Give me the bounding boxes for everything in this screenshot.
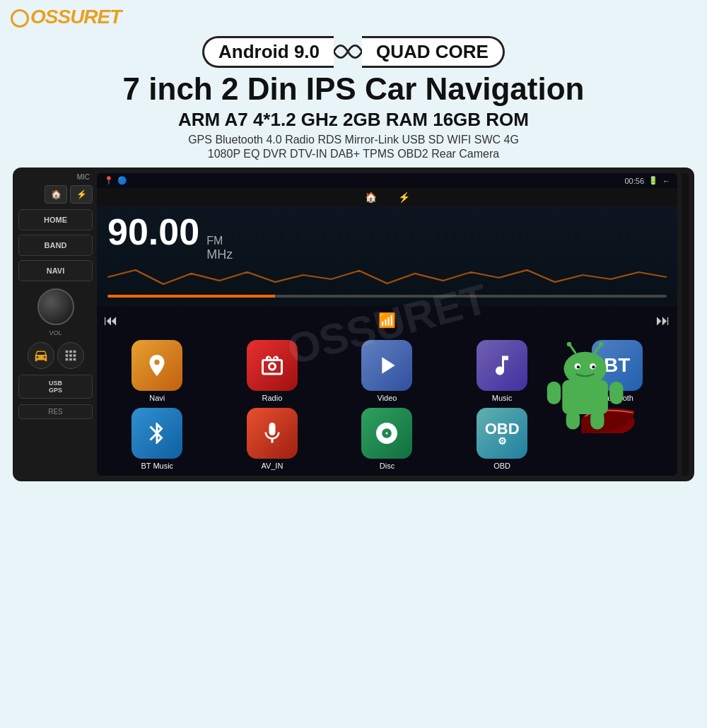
svg-rect-11 [547,382,561,404]
app-radio[interactable]: Radio [218,340,327,402]
app-obd[interactable]: OBD ⚙ OBD [448,408,557,470]
small-btn-1[interactable]: 🏠 [45,185,67,204]
android-mascot-area [543,334,677,476]
knob-area: VOL [18,288,93,336]
header: OSSURET [0,0,707,32]
status-right: 00:56 🔋 ← [624,176,670,185]
mic-label: MIC [18,173,93,182]
app-disc[interactable]: Disc [332,408,442,470]
button-row-top: 🏠 ⚡ [18,185,93,204]
device-screen: OSSURET 📍 🔵 00:56 🔋 ← 🏠 ⚡ [97,173,677,476]
svg-point-2 [563,352,606,385]
app-music[interactable]: Music [448,340,557,402]
svg-point-5 [577,366,580,369]
right-panel [682,173,689,476]
navi-button[interactable]: NAVI [18,260,93,281]
avin-label: AV_IN [261,462,283,470]
btmusic-label: BT Music [141,462,173,470]
svg-line-9 [595,345,601,353]
apps-icon-button[interactable] [57,342,84,369]
obd-label: OBD [493,462,510,470]
wifi-signal-icon: 📶 [378,312,396,329]
btmusic-icon [132,408,182,459]
svg-point-6 [592,366,595,369]
product-title: 7 inch 2 Din IPS Car Navigation [7,72,700,106]
svg-point-10 [599,342,603,346]
music-icon [477,340,527,391]
navi-label: Navi [149,394,165,402]
fm-frequency: 90.00 [107,213,199,250]
product-info: Android 9.0 QUAD CORE 7 inch 2 Din IPS C… [0,32,707,168]
app-btmusic[interactable]: BT Music [103,408,212,470]
badge-row: Android 9.0 QUAD CORE [7,35,700,68]
home-button[interactable]: HOME [18,209,93,230]
volume-knob[interactable] [37,288,74,325]
fm-unit-label: MHz [206,247,233,262]
waveform [107,266,667,288]
fm-band-label: FM [206,235,233,247]
location-icon: 📍 [104,176,114,185]
radio-label: Radio [262,394,283,402]
band-button[interactable]: BAND [18,235,93,256]
small-btn-2[interactable]: ⚡ [70,185,93,204]
svg-rect-12 [609,382,623,404]
svg-rect-13 [566,411,580,430]
device-container: MIC 🏠 ⚡ HOME BAND NAVI VOL USB GPS [13,168,694,481]
transport-controls: ⏮ 📶 ⏭ [97,306,677,334]
radio-icon [247,340,298,391]
avin-icon [247,408,298,459]
usb-gps-button[interactable]: USB GPS [18,375,93,399]
android-mascot-svg [543,334,635,433]
music-label: Music [492,394,513,402]
specs-line: ARM A7 4*1.2 GHz 2GB RAM 16GB ROM [7,109,700,131]
brand-o-icon [11,9,29,28]
bottom-buttons [18,342,93,369]
frequency-bar [107,295,667,298]
obd-icon: OBD ⚙ [477,408,527,459]
svg-point-8 [567,342,571,346]
home-nav-icon[interactable]: 🏠 [365,192,377,203]
prev-track-button[interactable]: ⏮ [104,312,118,329]
nav-bar: 🏠 ⚡ [97,188,677,206]
back-icon[interactable]: ← [662,177,670,185]
svg-line-7 [570,345,575,353]
brand-logo: OSSURET [11,6,121,28]
video-icon [361,340,412,391]
svg-rect-14 [590,411,604,430]
app-navi[interactable]: Navi [103,340,212,402]
status-bar: 📍 🔵 00:56 🔋 ← [97,173,677,188]
screen-wrapper: OSSURET 📍 🔵 00:56 🔋 ← 🏠 ⚡ [97,173,677,476]
res-button[interactable]: RES [18,404,93,419]
features-line2: 1080P EQ DVR DTV-IN DAB+ TPMS OBD2 Rear … [7,148,700,160]
usb-nav-icon[interactable]: ⚡ [398,192,410,203]
video-label: Video [378,394,397,402]
android-badge: Android 9.0 [202,36,334,68]
car-icon-button[interactable] [28,342,54,369]
app-avin[interactable]: AV_IN [218,408,327,470]
battery-icon: 🔋 [648,176,658,185]
features-line1: GPS Bluetooth 4.0 Radio RDS Mirror-Link … [7,134,700,146]
time-display: 00:56 [624,177,644,185]
status-left-icons: 📍 🔵 [104,176,127,185]
next-track-button[interactable]: ⏭ [656,312,670,329]
disc-icon [361,408,412,459]
disc-label: Disc [380,462,395,470]
bluetooth-status-icon: 🔵 [117,176,127,185]
brand-name: OSSURET [30,6,121,28]
left-panel: MIC 🏠 ⚡ HOME BAND NAVI VOL USB GPS [18,173,93,476]
app-video[interactable]: Video [332,340,442,402]
badge-connector [334,35,362,68]
navi-icon [132,340,182,391]
vol-label: VOL [49,329,62,336]
fm-area: 90.00 FM MHz [97,206,677,306]
quad-core-badge: QUAD CORE [362,36,505,68]
